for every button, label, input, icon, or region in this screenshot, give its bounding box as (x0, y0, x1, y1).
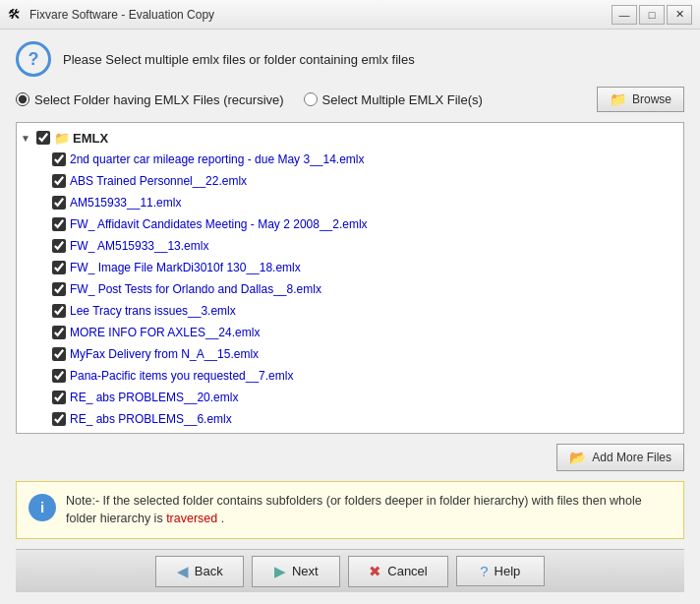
file-label: Lee Tracy trans issues__3.emlx (70, 304, 236, 318)
window-body: ? Please Select multiple emlx files or f… (0, 30, 700, 604)
file-checkbox[interactable] (52, 152, 66, 166)
cancel-button[interactable]: ✖ Cancel (348, 556, 447, 587)
note-text: Note:- If the selected folder contains s… (66, 492, 671, 529)
tree-root-node[interactable]: ▼ 📁 EMLX (17, 127, 683, 149)
tree-file-node[interactable]: FW_ Affidavit Candidates Meeting - May 2… (17, 213, 683, 235)
tree-file-node[interactable]: MORE INFO FOR AXLES__24.emlx (17, 322, 683, 343)
tree-file-node[interactable]: Pana-Pacific items you requested__7.emlx (17, 365, 683, 387)
question-icon: ? (16, 41, 51, 77)
help-button[interactable]: ? Help (456, 556, 545, 586)
tree-file-node[interactable]: RE_ abs PROBLEMS__9.emlx (17, 430, 683, 434)
cancel-label: Cancel (387, 564, 427, 578)
file-label: ABS Trained Personnel__22.emlx (70, 174, 247, 188)
file-label: Pana-Pacific items you requested__7.emlx (70, 369, 293, 383)
close-button[interactable]: ✕ (667, 5, 692, 25)
file-checkbox[interactable] (52, 412, 66, 426)
back-button[interactable]: ◀ Back (155, 556, 244, 587)
back-label: Back (195, 564, 223, 578)
file-checkbox[interactable] (52, 369, 66, 383)
tree-file-node[interactable]: 2nd quarter car mileage reporting - due … (17, 149, 683, 170)
tree-file-node[interactable]: AM515933__11.emlx (17, 192, 683, 213)
browse-label: Browse (632, 92, 671, 106)
file-children: 2nd quarter car mileage reporting - due … (17, 149, 683, 434)
tree-file-node[interactable]: Lee Tracy trans issues__3.emlx (17, 300, 683, 322)
browse-folder-icon: 📁 (610, 91, 626, 107)
next-button[interactable]: ▶ Next (252, 556, 340, 587)
tree-file-node[interactable]: ABS Trained Personnel__22.emlx (17, 170, 683, 192)
file-label: FW_ Affidavit Candidates Meeting - May 2… (70, 217, 368, 231)
minimize-button[interactable]: — (612, 5, 637, 25)
help-label: Help (495, 564, 521, 578)
add-more-label: Add More Files (592, 451, 671, 464)
radio-row: Select Folder having EMLX Files (recursi… (16, 87, 684, 112)
add-more-icon: 📂 (569, 450, 586, 465)
radio-files-option[interactable]: Select Multiple EMLX File(s) (304, 92, 483, 107)
file-list-panel[interactable]: ▼ 📁 EMLX 2nd quarter car mileage reporti… (16, 122, 684, 434)
note-text-after: . (221, 512, 224, 525)
window-title: Fixvare Software - Evaluation Copy (29, 8, 612, 22)
tree-file-node[interactable]: MyFax Delivery from N_A__15.emlx (17, 343, 683, 365)
root-folder-icon: 📁 (54, 131, 70, 146)
file-label: RE_ abs PROBLEMS__6.emlx (70, 412, 232, 426)
nav-bar: ◀ Back ▶ Next ✖ Cancel ? Help (16, 549, 684, 592)
back-icon: ◀ (177, 563, 189, 580)
expand-icon[interactable]: ▼ (21, 133, 36, 144)
root-checkbox[interactable] (36, 131, 50, 145)
tree-root: ▼ 📁 EMLX 2nd quarter car mileage reporti… (17, 123, 683, 434)
maximize-button[interactable]: □ (639, 5, 665, 25)
next-label: Next (292, 564, 319, 578)
header-row: ? Please Select multiple emlx files or f… (16, 41, 684, 77)
note-panel: i Note:- If the selected folder contains… (16, 481, 684, 540)
file-checkbox[interactable] (52, 304, 66, 318)
add-more-files-button[interactable]: 📂 Add More Files (556, 444, 684, 471)
file-label: RE_ abs PROBLEMS__20.emlx (70, 391, 238, 404)
note-highlight: traversed (166, 512, 217, 525)
tree-file-node[interactable]: FW_ Post Tests for Orlando and Dallas__8… (17, 278, 683, 300)
add-more-row: 📂 Add More Files (16, 444, 684, 471)
title-bar: 🛠 Fixvare Software - Evaluation Copy — □… (0, 0, 700, 30)
note-info-icon: i (29, 494, 56, 521)
tree-file-node[interactable]: FW_ AM515933__13.emlx (17, 235, 683, 257)
window-controls: — □ ✕ (612, 5, 692, 25)
cancel-icon: ✖ (369, 563, 381, 580)
file-label: FW_ Post Tests for Orlando and Dallas__8… (70, 282, 321, 296)
file-checkbox[interactable] (52, 326, 66, 339)
radio-files-label: Select Multiple EMLX File(s) (322, 92, 483, 107)
file-checkbox[interactable] (52, 217, 66, 231)
file-checkbox[interactable] (52, 347, 66, 361)
browse-button[interactable]: 📁 Browse (597, 87, 684, 112)
tree-file-node[interactable]: RE_ abs PROBLEMS__20.emlx (17, 387, 683, 408)
file-label: FW_ Image File MarkDi3010f 130__18.emlx (70, 261, 301, 274)
file-checkbox[interactable] (52, 239, 66, 253)
radio-folder-option[interactable]: Select Folder having EMLX Files (recursi… (16, 92, 284, 107)
file-checkbox[interactable] (52, 261, 66, 274)
file-label: 2nd quarter car mileage reporting - due … (70, 152, 365, 166)
file-checkbox[interactable] (52, 391, 66, 404)
file-checkbox[interactable] (52, 282, 66, 296)
app-icon: 🛠 (8, 7, 24, 23)
radio-files-input[interactable] (304, 92, 318, 106)
radio-folder-label: Select Folder having EMLX Files (recursi… (34, 92, 284, 107)
radio-folder-input[interactable] (16, 92, 29, 106)
tree-file-node[interactable]: RE_ abs PROBLEMS__6.emlx (17, 408, 683, 430)
help-icon: ? (480, 563, 488, 579)
file-label: MyFax Delivery from N_A__15.emlx (70, 347, 259, 361)
file-label: AM515933__11.emlx (70, 196, 181, 210)
file-checkbox[interactable] (52, 196, 66, 210)
next-icon: ▶ (274, 563, 286, 580)
root-label: EMLX (73, 131, 108, 146)
note-text-before: Note:- If the selected folder contains s… (66, 494, 642, 526)
file-checkbox[interactable] (52, 174, 66, 188)
header-instruction: Please Select multiple emlx files or fol… (63, 52, 415, 67)
file-label: FW_ AM515933__13.emlx (70, 239, 208, 253)
file-label: MORE INFO FOR AXLES__24.emlx (70, 326, 260, 339)
tree-file-node[interactable]: FW_ Image File MarkDi3010f 130__18.emlx (17, 257, 683, 278)
